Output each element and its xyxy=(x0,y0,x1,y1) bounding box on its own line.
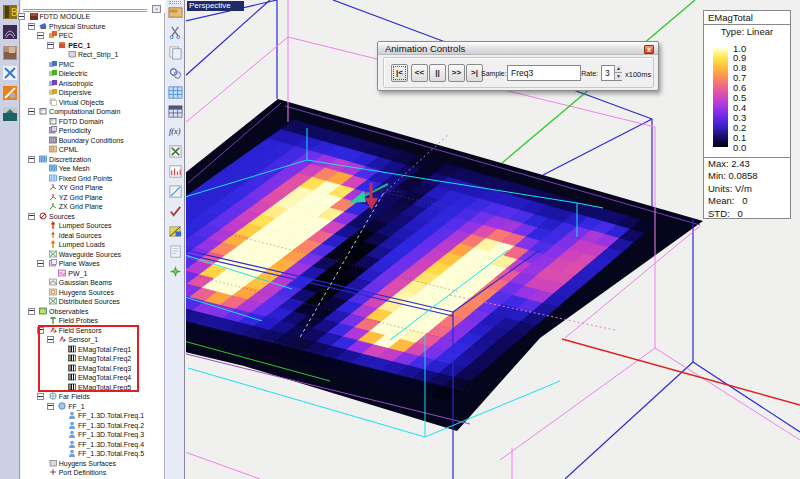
svg-text:f(x): f(x) xyxy=(169,126,181,136)
svg-text:B: B xyxy=(11,7,18,18)
